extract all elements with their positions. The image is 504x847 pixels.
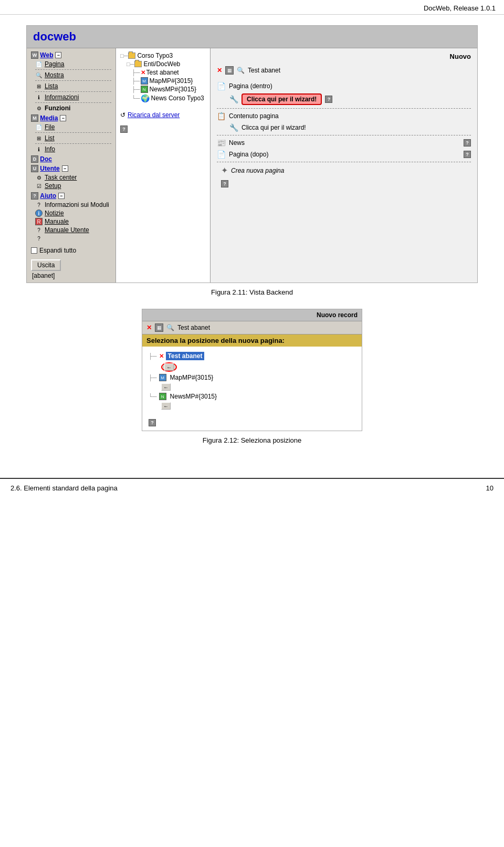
tree-item-newsmp[interactable]: ├─ N NewsMP#{3015} <box>120 85 206 93</box>
sc2-arrow-newsmp[interactable]: ← <box>161 401 355 411</box>
sc2-red-circle-arrow[interactable]: ← <box>161 362 177 372</box>
sidebar-item-q-alone[interactable]: ? <box>31 234 111 243</box>
sidebar-item-manuale[interactable]: R Manuale <box>31 217 111 226</box>
sidebar-item-taskcenter[interactable]: ⚙ Task center <box>31 173 111 182</box>
sc2-x-test: ✕ <box>159 353 164 360</box>
wizard2-label: Clicca qui per il wizard! <box>242 124 306 131</box>
sc2-map-icon: M <box>159 374 166 381</box>
row-pagina-dopo: 📄 Pagina (dopo) ? <box>217 149 471 160</box>
row-pagina-dentro: 📄 Pagina (dentro) <box>217 80 471 92</box>
sidebar-item-pagina[interactable]: 📄 Pagina <box>31 60 111 68</box>
star-icon: ✦ <box>221 165 228 175</box>
row-wizard2: 🔧 Clicca qui per il wizard! <box>229 122 471 133</box>
sc2-tree-test[interactable]: ├─ ✕ Test abanet <box>149 351 355 361</box>
tree-item-newscorso[interactable]: └─ 🌍 News Corso Typo3 <box>120 93 206 103</box>
tree-item-mapmp[interactable]: ├─ M MapMP#{3015} <box>120 77 206 85</box>
tree-item-test[interactable]: ├─ ✕ Test abanet <box>120 68 206 77</box>
news-rp-icon: 📰 <box>217 139 226 147</box>
sc2-arrow-btn2[interactable]: ← <box>161 383 171 391</box>
tree-line2: □─ <box>127 61 134 67</box>
reload-link[interactable]: Ricarica dal server <box>128 109 180 121</box>
rp-x-icon: ✕ <box>217 67 222 74</box>
news-help-icon[interactable]: ? <box>464 139 471 147</box>
sc2-arrow-below-test[interactable]: ← <box>161 361 355 373</box>
utente-collapse[interactable]: − <box>62 165 68 172</box>
manuale-icon: R <box>35 218 43 225</box>
sidebar-item-setup[interactable]: ☑ Setup <box>31 182 111 190</box>
sc2-arrow-btn3[interactable]: ← <box>161 402 171 410</box>
sidebar-item-moduli[interactable]: ? Informazioni sui Moduli <box>31 201 111 209</box>
uscita-button[interactable]: Uscita <box>31 259 61 271</box>
sidebar-div5 <box>35 132 111 133</box>
sc2-newsmp-label: NewsMP#{3015} <box>170 393 217 400</box>
sidebar-item-notizie[interactable]: i Notizie <box>31 209 111 217</box>
tree-line6: └─ <box>132 95 140 101</box>
test-label: Test abanet <box>146 69 179 76</box>
page-footer: 2.6. Elementi standard della pagina 10 <box>0 478 504 497</box>
sidebar-div4 <box>35 102 111 103</box>
sc2-title-bar: Seleziona la posizione della nuova pagin… <box>142 334 362 347</box>
tree-line1: □─ <box>120 53 128 59</box>
logo-web: web <box>54 30 76 43</box>
taskcenter-label: Task center <box>45 174 77 181</box>
figure2-caption: Figura 2.12: Seleziona posizione <box>21 436 483 444</box>
wizard-icon: 🔧 <box>229 95 238 103</box>
enti-label: Enti/DocWeb <box>143 60 180 68</box>
sc2-tree-mapmp[interactable]: ├─ M MapMP#{3015} <box>149 373 355 382</box>
dopo-help-icon[interactable]: ? <box>464 151 471 158</box>
sidebar-item-list[interactable]: ⊞ List <box>31 134 111 142</box>
sidebar-header-aiuto[interactable]: ? Aiuto − <box>31 192 111 200</box>
media-section-icon: M <box>31 114 38 122</box>
sidebar-header-utente[interactable]: U Utente − <box>31 165 111 172</box>
aiuto-label: Aiuto <box>40 192 56 200</box>
sidebar-header-media[interactable]: M Media − <box>31 114 111 122</box>
sc2-toolbar-label: Test abanet <box>177 324 210 331</box>
newsmp-label: NewsMP#{3015} <box>150 86 196 93</box>
tree-item-enti[interactable]: □─ Enti/DocWeb <box>120 60 206 68</box>
reload-container: ↺ Ricarica dal server <box>120 109 206 121</box>
news-icon-tree: N <box>141 86 148 93</box>
help-alone-icon[interactable]: ? <box>221 180 228 187</box>
setup-icon: ☑ <box>35 182 43 190</box>
app-header: docweb <box>27 26 477 48</box>
lista-label: Lista <box>45 82 58 90</box>
corso-label: Corso Typo3 <box>137 52 173 59</box>
expand-label: Espandi tutto <box>39 247 76 254</box>
sidebar-item-lista[interactable]: ⊞ Lista <box>31 82 111 90</box>
rp-search-icon: 🔍 <box>237 67 245 74</box>
sc2-search-icon: 🔍 <box>166 324 174 331</box>
sc2-help-icon[interactable]: ? <box>149 419 156 426</box>
sc2-body: ├─ ✕ Test abanet ← ├─ M MapMP#{3015} ← <box>142 347 362 431</box>
folder-icon-corso <box>128 53 135 59</box>
page-header: DocWeb, Release 1.0.1 <box>0 0 504 15</box>
sidebar-item-info[interactable]: ℹ Info <box>31 145 111 153</box>
wizard1-help-icon[interactable]: ? <box>325 96 332 103</box>
media-collapse[interactable]: − <box>60 115 66 121</box>
sidebar-header-doc[interactable]: D Doc <box>31 155 111 163</box>
sidebar-item-file[interactable]: 📄 File <box>31 123 111 131</box>
sc2-arrow-btn1[interactable]: ← <box>164 363 174 371</box>
file-label: File <box>45 123 55 131</box>
file-icon: 📄 <box>35 123 43 131</box>
sidebar-section-utente: U Utente − ⚙ Task center ☑ Setup <box>31 165 111 190</box>
reload-icon: ↺ <box>120 111 125 119</box>
page-icon: 📄 <box>35 60 43 68</box>
sidebar-item-mostra[interactable]: 🔍 Mostra <box>31 71 111 79</box>
tree-help-icon[interactable]: ? <box>120 126 128 133</box>
x-icon-test: ✕ <box>141 69 145 76</box>
contenuto-label: Contenuto pagina <box>229 112 279 120</box>
sidebar-header-web[interactable]: W Web − <box>31 51 111 59</box>
aiuto-collapse[interactable]: − <box>58 193 65 199</box>
sc2-arrow-mapmp[interactable]: ← <box>161 382 355 392</box>
sc2-toolbar: ✕ ▦ 🔍 Test abanet <box>142 321 362 334</box>
sidebar-item-manuale-utente[interactable]: ? Manuale Utente <box>31 226 111 234</box>
sidebar-item-funzioni[interactable]: ⚙ Funzioni <box>31 104 111 112</box>
wizard-button1[interactable]: Clicca qui per il wizard! <box>242 93 322 105</box>
q-alone-icon: ? <box>35 235 43 242</box>
expand-checkbox[interactable] <box>31 247 37 254</box>
web-collapse[interactable]: − <box>55 52 61 58</box>
tree-item-corso[interactable]: □─ Corso Typo3 <box>120 51 206 60</box>
divider2 <box>217 135 471 135</box>
sidebar-item-informazioni[interactable]: ℹ Informazioni <box>31 93 111 101</box>
sc2-tree-newsmp[interactable]: └─ N NewsMP#{3015} <box>149 392 355 401</box>
